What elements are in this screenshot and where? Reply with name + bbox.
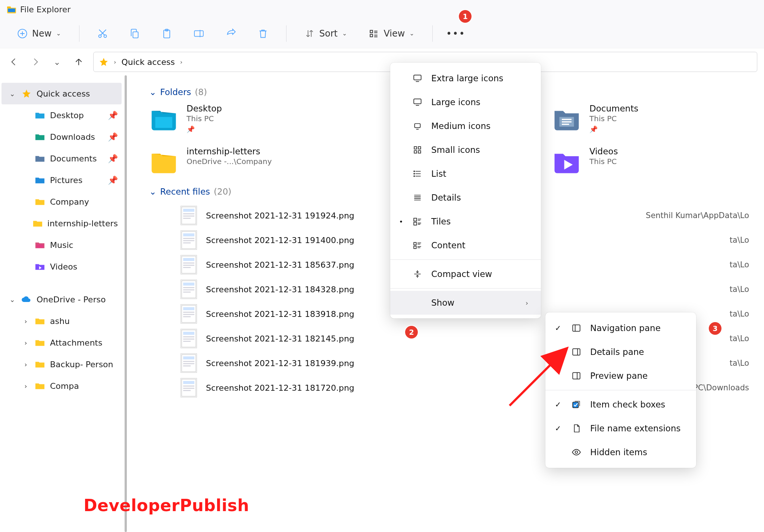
chevron-down-icon: ⌄: [8, 296, 16, 303]
view-menu-item[interactable]: List: [390, 162, 541, 186]
svg-rect-53: [183, 390, 191, 391]
new-button[interactable]: New ⌄: [13, 25, 65, 42]
folder-icon: [552, 104, 581, 133]
file-thumb-icon: [181, 329, 197, 348]
view-menu-item[interactable]: Content: [390, 233, 541, 257]
pin-icon: 📌: [108, 154, 118, 163]
view-menu-item[interactable]: Extra large icons: [390, 66, 541, 90]
show-menu-item[interactable]: ✓ File name extensions: [545, 416, 696, 440]
tile-sub: This PC: [589, 157, 618, 166]
view-menu-show[interactable]: Show ›: [390, 291, 541, 315]
show-menu-item[interactable]: Hidden items: [545, 440, 696, 464]
menu-item-label: Preview pane: [590, 371, 648, 381]
watermark: DeveloperPublish: [84, 496, 249, 515]
tree-label: Downloads: [50, 132, 95, 142]
tree-item[interactable]: Pictures📌: [15, 169, 122, 191]
tree-item[interactable]: Music: [15, 234, 122, 256]
view-menu-item[interactable]: Details: [390, 186, 541, 210]
chevron-right-icon: ›: [180, 59, 182, 66]
view-menu-compact[interactable]: Compact view: [390, 262, 541, 286]
svg-rect-48: [183, 365, 191, 366]
folder-tile[interactable]: VideosThis PC: [552, 147, 716, 176]
chevron-down-icon: ⌄: [409, 30, 414, 37]
divider: [79, 25, 79, 42]
tree-item[interactable]: Company: [15, 191, 122, 213]
sort-label: Sort: [319, 28, 338, 39]
divider: [286, 25, 286, 42]
svg-rect-9: [370, 30, 373, 33]
tree-item[interactable]: Videos: [15, 256, 122, 277]
svg-rect-64: [414, 218, 417, 221]
list-icon: [412, 168, 423, 179]
tree-item[interactable]: ›ashu: [15, 310, 122, 332]
view-menu-item[interactable]: Large icons: [390, 90, 541, 114]
svg-rect-21: [183, 238, 194, 239]
svg-rect-32: [183, 289, 194, 290]
section-title: Folders: [160, 87, 191, 97]
tree-item[interactable]: internship-letters: [15, 213, 122, 234]
tile-name: Videos: [589, 147, 618, 156]
bullet-icon: •: [398, 218, 404, 226]
tree-label: Desktop: [50, 111, 84, 120]
tile-name: Documents: [589, 104, 638, 113]
svg-point-62: [414, 173, 414, 174]
sort-button[interactable]: Sort ⌄: [301, 25, 351, 42]
tree-label: OneDrive - Perso: [37, 295, 106, 304]
menu-item-label: Details: [431, 193, 461, 202]
show-menu-item[interactable]: ✓ Navigation pane: [545, 316, 696, 340]
folder-tile[interactable]: DesktopThis PC📌: [149, 104, 313, 133]
svg-point-63: [414, 176, 414, 176]
view-menu-item[interactable]: • Tiles: [390, 210, 541, 233]
nav-history-button[interactable]: ⌄: [50, 55, 64, 69]
view-menu-item[interactable]: Medium icons: [390, 114, 541, 138]
view-label: View: [383, 28, 405, 39]
svg-rect-68: [573, 325, 580, 331]
folder-tile[interactable]: DocumentsThis PC📌: [552, 104, 716, 133]
folder-icon: [34, 132, 46, 142]
svg-rect-8: [194, 31, 203, 36]
tree-item[interactable]: Downloads📌: [15, 126, 122, 148]
tree-item[interactable]: ›Attachments: [15, 332, 122, 353]
delete-button[interactable]: [254, 25, 272, 42]
folder-icon: [34, 261, 46, 272]
folder-icon: [149, 147, 178, 176]
folder-tile[interactable]: internship-lettersOneDrive -...\Company: [149, 147, 313, 176]
file-thumb-icon: [181, 353, 197, 373]
copy-button[interactable]: [126, 25, 144, 42]
folder-icon: [34, 153, 46, 164]
cut-button[interactable]: [94, 25, 112, 42]
tile-name: internship-letters: [187, 147, 272, 156]
tree-item[interactable]: Desktop📌: [15, 104, 122, 126]
nav-forward-button[interactable]: [28, 55, 43, 69]
nav-up-button[interactable]: [72, 55, 86, 69]
rename-button[interactable]: [190, 25, 208, 42]
svg-rect-15: [183, 209, 194, 212]
breadcrumb-root[interactable]: Quick access: [121, 57, 175, 67]
view-button[interactable]: View ⌄: [365, 25, 418, 42]
menu-item-label: Show: [431, 298, 454, 308]
menu-separator: [390, 259, 541, 260]
menu-item-label: Tiles: [431, 217, 451, 226]
pin-icon: 📌: [108, 111, 118, 120]
share-button[interactable]: [222, 25, 240, 42]
svg-rect-12: [155, 117, 172, 128]
svg-rect-60: [418, 151, 421, 153]
paste-button[interactable]: [158, 25, 176, 42]
tree-onedrive[interactable]: ⌄ OneDrive - Perso: [1, 289, 122, 310]
svg-rect-51: [183, 385, 194, 387]
svg-point-3: [98, 35, 101, 37]
view-menu-item[interactable]: Small icons: [390, 138, 541, 162]
callout-3: 3: [709, 322, 721, 335]
file-path: ta\Lo: [730, 334, 749, 343]
sidebar-resizer[interactable]: [123, 75, 127, 532]
cloud-icon: [21, 294, 32, 305]
more-button[interactable]: •••: [447, 25, 465, 42]
svg-rect-52: [183, 388, 194, 389]
tree-label: Music: [50, 240, 73, 250]
tree-item[interactable]: ›Backup- Person: [15, 353, 122, 375]
svg-rect-18: [183, 218, 191, 219]
tree-quick-access[interactable]: ⌄ Quick access: [1, 83, 122, 104]
tree-item[interactable]: Documents📌: [15, 148, 122, 169]
nav-back-button[interactable]: [7, 55, 21, 69]
tree-item[interactable]: ›Compa: [15, 375, 122, 397]
